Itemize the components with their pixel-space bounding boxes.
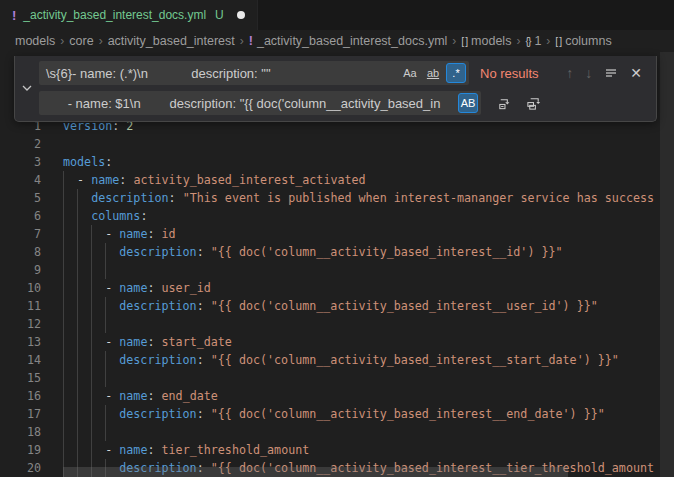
breadcrumb-item[interactable]: {}1 [525,34,541,48]
indent-guide [63,441,77,459]
code-line[interactable]: 2 [0,135,674,153]
indent-guide [63,315,77,333]
breadcrumb-item[interactable]: [ ]columns [555,34,611,48]
line-content: - name: start_date [63,333,232,351]
code-line[interactable]: 10 - name: user_id [0,279,674,297]
close-find-button[interactable]: ✕ [630,65,642,81]
code-token: name [119,281,147,295]
replace-all-button[interactable] [526,96,541,111]
line-number[interactable]: 16 [0,387,41,405]
code-token: name [119,335,147,349]
code-token: description [91,191,168,205]
indent-guide [91,423,105,441]
line-number[interactable]: 15 [0,369,41,387]
code-line[interactable]: 14 description: "{{ doc('column__activit… [0,351,674,369]
indent-guide [105,315,119,333]
code-line[interactable]: 15 [0,369,674,387]
replace-value-text: - name: $1\n description: "{{ doc('colum… [39,96,455,111]
line-number[interactable]: 3 [0,153,41,171]
replace-input[interactable]: - name: $1\n description: "{{ doc('colum… [39,91,481,115]
line-number[interactable]: 19 [0,441,41,459]
regex-button[interactable]: .* [446,63,466,83]
code-token [204,407,211,421]
find-row: \s{6}- name: (.*)\n description: "" Aa a… [39,61,650,85]
line-number[interactable]: 20 [0,459,41,477]
code-line[interactable]: 11 description: "{{ doc('column__activit… [0,297,674,315]
code-line[interactable]: 19 - name: tier_threshold_amount [0,441,674,459]
code-line[interactable]: 9 [0,261,674,279]
horizontal-scrollbar[interactable] [63,467,568,477]
code-line[interactable]: 5 description: "This event is published … [0,189,674,207]
line-content: description: "{{ doc('column__activity_b… [63,405,605,423]
code-line[interactable]: 4 - name: activity_based_interest_activa… [0,171,674,189]
line-number[interactable]: 4 [0,171,41,189]
previous-match-button[interactable]: ↑ [566,65,573,81]
line-number[interactable]: 11 [0,297,41,315]
vertical-scrollbar[interactable] [660,52,674,477]
breadcrumb-item[interactable]: core [69,34,93,48]
code-token: models [63,155,105,169]
replace-button[interactable] [497,96,512,111]
line-number[interactable]: 9 [0,261,41,279]
code-line[interactable]: 17 description: "{{ doc('column__activit… [0,405,674,423]
breadcrumb-item[interactable]: !_activity_based_interest_docs.yml [249,34,448,48]
code-token: "{{ doc('column__activity_based_interest… [211,407,605,421]
line-number[interactable]: 13 [0,333,41,351]
code-token: description [119,299,196,313]
line-number[interactable]: 18 [0,423,41,441]
preserve-case-button[interactable]: AB [458,93,478,113]
line-number[interactable]: 7 [0,225,41,243]
code-token: : [197,353,204,367]
indent-guide [77,315,91,333]
indent-guide [63,351,77,369]
code-line[interactable]: 8 description: "{{ doc('column__activity… [0,243,674,261]
toggle-replace-chevron[interactable] [15,61,39,115]
code-token: name [119,443,147,457]
indent-guide [63,387,77,405]
line-content [63,261,119,279]
line-number[interactable]: 17 [0,405,41,423]
whole-word-button[interactable]: ab [423,63,443,83]
code-token: : [197,407,204,421]
line-content: columns: [63,207,147,225]
indent-guide [63,243,77,261]
line-number[interactable]: 2 [0,135,41,153]
unsaved-dot-icon[interactable] [237,11,245,19]
line-number[interactable]: 8 [0,243,41,261]
code-line[interactable]: 3models: [0,153,674,171]
selection-lines-icon [604,66,618,80]
code-token: name [91,173,119,187]
line-number[interactable]: 14 [0,351,41,369]
code-line[interactable]: 18 [0,423,674,441]
breadcrumb-item[interactable]: models [15,34,55,48]
line-number[interactable]: 6 [0,207,41,225]
find-query-text: \s{6}- name: (.*)\n description: "" [39,66,397,81]
line-number[interactable]: 12 [0,315,41,333]
code-token: description [119,353,196,367]
line-number[interactable]: 10 [0,279,41,297]
code-line[interactable]: 13 - name: start_date [0,333,674,351]
breadcrumb-item[interactable]: [ ]models [461,34,511,48]
find-in-selection-button[interactable] [604,66,618,80]
code-area[interactable]: 1version: 223models:4 - name: activity_b… [0,117,674,477]
indent-guide [63,261,77,279]
find-input[interactable]: \s{6}- name: (.*)\n description: "" Aa a… [39,61,469,85]
code-token: - [105,389,119,403]
breadcrumb-label: models [471,34,511,48]
next-match-button[interactable]: ↓ [585,65,592,81]
line-content: description: "{{ doc('column__activity_b… [63,243,563,261]
code-line[interactable]: 16 - name: end_date [0,387,674,405]
line-number[interactable]: 5 [0,189,41,207]
code-line[interactable]: 7 - name: id [0,225,674,243]
indent-guide [91,225,105,243]
indent-guide [63,369,77,387]
find-results-status: No results [480,66,539,81]
breadcrumb-item[interactable]: activity_based_interest [108,34,235,48]
code-line[interactable]: 6 columns: [0,207,674,225]
line-content [63,369,119,387]
tab-active-file[interactable]: ! _activity_based_interest_docs.yml U [0,0,258,30]
match-case-button[interactable]: Aa [400,63,420,83]
code-line[interactable]: 12 [0,315,674,333]
breadcrumb-separator: › [99,34,103,48]
editor[interactable]: 1version: 223models:4 - name: activity_b… [0,52,674,477]
